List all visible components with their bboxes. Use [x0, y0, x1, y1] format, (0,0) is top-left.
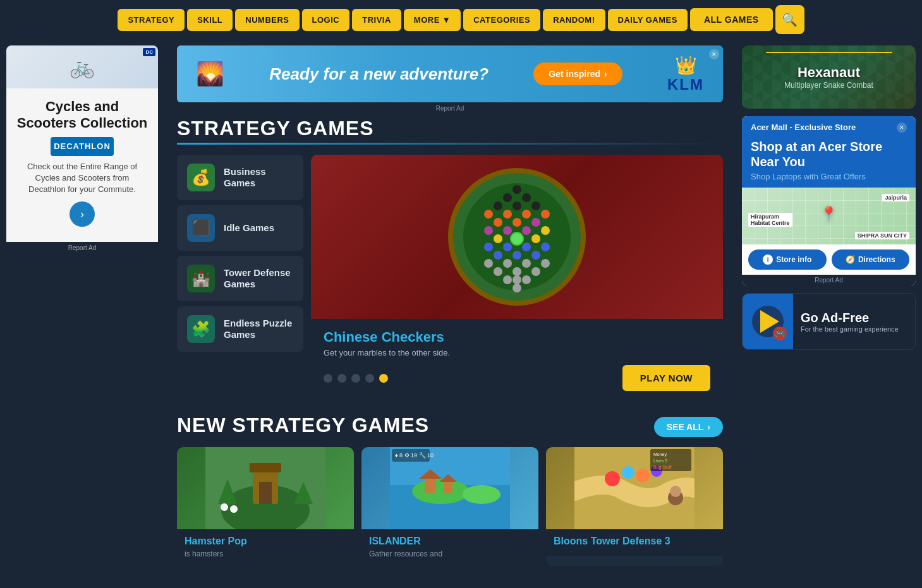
- hexanaut-title: Hexanaut: [798, 64, 860, 81]
- svg-point-14: [531, 218, 540, 227]
- banner-close-button[interactable]: ✕: [709, 49, 719, 59]
- nav-daily-games[interactable]: DAILY GAMES: [608, 9, 688, 31]
- search-button[interactable]: 🔍: [775, 5, 804, 34]
- category-business-games[interactable]: 💰 Business Games: [177, 155, 303, 200]
- svg-point-40: [513, 284, 521, 292]
- directions-button[interactable]: 🧭 Directions: [832, 249, 910, 270]
- svg-point-25: [522, 243, 531, 251]
- nav-trivia[interactable]: TRIVIA: [352, 9, 401, 31]
- new-games-section-header: NEW STRATEGY GAMES SEE ALL ›: [177, 414, 723, 440]
- klm-text: KLM: [667, 76, 704, 93]
- acer-ad-content: Shop at an Acer Store Near You Shop Lapt…: [742, 139, 916, 188]
- arrow-right-icon: ›: [80, 208, 84, 221]
- map-label-jaipuria: Jaipuria: [882, 194, 909, 201]
- klm-crown-icon: 👑: [675, 55, 697, 76]
- nav-skill[interactable]: SKILL: [187, 9, 233, 31]
- svg-point-61: [605, 471, 620, 486]
- svg-point-49: [230, 505, 238, 513]
- category-cards: 💰 Business Games ⬛ Idle Games 🏰 Tower De…: [177, 155, 303, 399]
- svg-point-48: [221, 503, 228, 511]
- nav-logic[interactable]: LOGIC: [302, 9, 350, 31]
- adfree-play-area: 🎮: [743, 293, 793, 350]
- svg-point-52: [412, 479, 469, 504]
- left-ad-text: Check out the Entire Range of Cycles and…: [16, 161, 148, 196]
- adfree-subtitle: For the best gaming experience: [801, 325, 907, 333]
- svg-point-10: [522, 210, 531, 219]
- hamster-pop-title: Hamster Pop: [185, 536, 346, 547]
- svg-point-32: [522, 259, 531, 268]
- nav-strategy[interactable]: STRATEGY: [118, 9, 185, 31]
- category-idle-games[interactable]: ⬛ Idle Games: [177, 205, 303, 251]
- svg-point-13: [513, 218, 521, 227]
- slide-dot-1[interactable]: [324, 374, 332, 383]
- acer-ad-title: Shop at an Acer Store Near You: [751, 139, 907, 169]
- nav-more[interactable]: MORE ▼: [404, 9, 461, 31]
- slide-dot-4[interactable]: [365, 374, 374, 383]
- dc-logo: DC: [143, 48, 155, 56]
- svg-rect-54: [425, 479, 436, 493]
- klm-logo: 👑 KLM: [667, 55, 704, 93]
- business-games-icon: 💰: [187, 164, 215, 191]
- top-banner-report[interactable]: Report Ad: [177, 105, 723, 112]
- banner-cta-button[interactable]: Get inspired ›: [533, 63, 622, 85]
- game-card-hamster-pop[interactable]: Hamster Pop is hamsters: [177, 447, 354, 566]
- strategy-grid: 💰 Business Games ⬛ Idle Games 🏰 Tower De…: [177, 155, 723, 399]
- hamster-pop-image: [177, 447, 354, 529]
- see-all-button[interactable]: SEE ALL ›: [654, 417, 723, 437]
- svg-point-53: [463, 485, 500, 504]
- acer-ad-report[interactable]: Report Ad: [742, 275, 916, 285]
- slide-dot-3[interactable]: [351, 374, 360, 383]
- svg-point-21: [531, 234, 540, 243]
- top-banner-ad[interactable]: ✕ 🌄 Ready for a new adventure? Get inspi…: [177, 45, 723, 102]
- left-ad-title: Cycles and Scooters Collection: [16, 99, 148, 132]
- left-ad-report[interactable]: Report Ad: [6, 242, 158, 254]
- slide-dot-5[interactable]: [379, 374, 388, 383]
- map-pin-icon: 📍: [820, 206, 837, 222]
- svg-point-19: [494, 234, 502, 243]
- svg-point-36: [531, 267, 540, 276]
- nav-random[interactable]: RANDOM!: [543, 9, 605, 31]
- left-ad-content: Cycles and Scooters Collection DECATHLON…: [6, 88, 158, 242]
- acer-ad-close-button[interactable]: ✕: [897, 123, 907, 133]
- svg-point-38: [513, 275, 521, 284]
- svg-text:Bug Stuff: Bug Stuff: [653, 465, 672, 470]
- svg-point-39: [522, 275, 531, 284]
- svg-point-31: [503, 259, 512, 268]
- slide-dot-2[interactable]: [337, 374, 346, 383]
- svg-point-22: [511, 232, 523, 245]
- svg-point-17: [522, 226, 531, 235]
- store-info-button[interactable]: i Store info: [748, 249, 827, 270]
- go-adfree-card[interactable]: 🎮 Go Ad-Free For the best gaming experie…: [742, 293, 916, 350]
- acer-ad-desc: Shop Laptops with Great Offers: [751, 172, 907, 181]
- featured-game-card[interactable]: Chinese Checkers Get your marbles to the…: [311, 155, 723, 399]
- game-card-bloons[interactable]: Money Lives 5 Bug Stuff Bloons Tower Def…: [546, 447, 723, 566]
- strategy-section-title: STRATEGY GAMES: [177, 117, 723, 140]
- bloons-image: Money Lives 5 Bug Stuff: [546, 447, 723, 529]
- category-endless-puzzle[interactable]: 🧩 Endless Puzzle Games: [177, 306, 303, 352]
- hexanaut-card[interactable]: Hexanaut Multiplayer Snake Combat: [742, 45, 916, 109]
- play-now-button[interactable]: PLAY NOW: [622, 365, 710, 391]
- hamster-pop-info: Hamster Pop is hamsters: [177, 529, 354, 566]
- nav-numbers[interactable]: NUMBERS: [235, 9, 299, 31]
- svg-point-23: [484, 243, 493, 251]
- left-ad-cta-button[interactable]: ›: [70, 201, 95, 227]
- category-tower-defense[interactable]: 🏰 Tower Defense Games: [177, 256, 303, 301]
- center-content: ✕ 🌄 Ready for a new adventure? Get inspi…: [164, 39, 736, 566]
- svg-rect-45: [259, 482, 272, 504]
- nav-categories[interactable]: CATEGORIES: [463, 9, 540, 31]
- acer-store-name: Acer Mall - Exclusive Store: [751, 123, 856, 132]
- svg-point-28: [513, 251, 521, 260]
- acer-ad: Acer Mall - Exclusive Store ✕ Shop at an…: [742, 116, 916, 285]
- svg-text:Money: Money: [653, 452, 667, 457]
- banner-icon: 🌄: [196, 61, 224, 87]
- hexanaut-subtitle: Multiplayer Snake Combat: [784, 81, 873, 90]
- svg-point-37: [503, 275, 512, 284]
- islander-title: ISLANDER: [369, 536, 531, 547]
- svg-point-16: [503, 226, 512, 235]
- islander-desc: Gather resources and: [369, 549, 531, 560]
- game-card-islander[interactable]: ♦ 8 ⚙ 19 🔧 10 ISLANDER Gather resources …: [361, 447, 538, 566]
- nav-all-games[interactable]: ALL GAMES: [690, 8, 773, 31]
- svg-point-12: [494, 218, 502, 227]
- svg-point-15: [484, 226, 493, 235]
- svg-point-7: [531, 201, 540, 210]
